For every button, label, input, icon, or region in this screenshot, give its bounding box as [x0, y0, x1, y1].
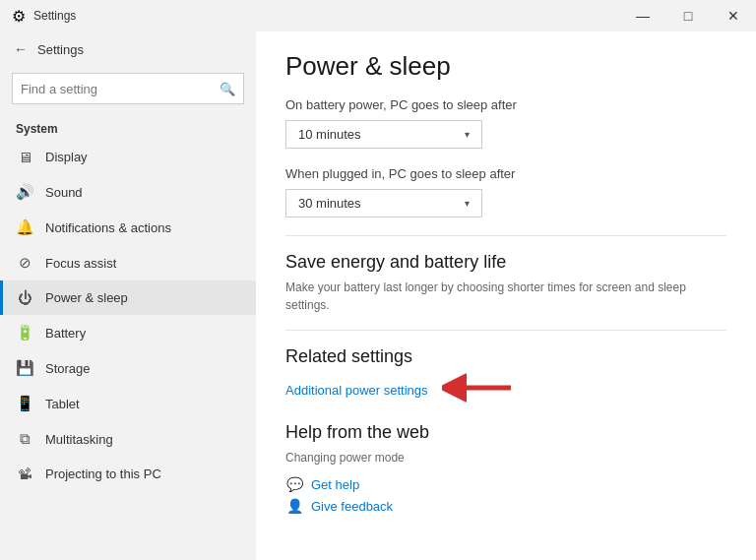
- maximize-button[interactable]: □: [665, 0, 711, 31]
- sidebar-item-focus[interactable]: ⊘ Focus assist: [0, 245, 256, 280]
- focus-icon: ⊘: [16, 254, 33, 272]
- title-bar-controls: — □ ✕: [620, 0, 756, 31]
- page-title: Power & sleep: [285, 51, 726, 82]
- sidebar-item-label: Display: [45, 150, 88, 164]
- sidebar-item-label: Sound: [45, 185, 83, 200]
- sidebar-item-notifications[interactable]: 🔔 Notifications & actions: [0, 210, 256, 245]
- get-help-icon: 💬: [285, 476, 303, 492]
- additional-power-label: Additional power settings: [285, 383, 428, 398]
- content-area: ← Settings 🔍 System 🖥 Display 🔊 Sound 🔔 …: [0, 31, 756, 560]
- search-input[interactable]: [21, 82, 220, 96]
- tablet-icon: 📱: [16, 395, 33, 412]
- sidebar-item-display[interactable]: 🖥 Display: [0, 140, 256, 174]
- sidebar: ← Settings 🔍 System 🖥 Display 🔊 Sound 🔔 …: [0, 31, 256, 560]
- search-icon: 🔍: [220, 82, 235, 96]
- sidebar-item-label: Power & sleep: [45, 290, 128, 305]
- back-label: Settings: [37, 42, 84, 57]
- search-box[interactable]: 🔍: [12, 73, 244, 104]
- sidebar-item-label: Projecting to this PC: [45, 467, 161, 481]
- divider-2: [285, 330, 726, 331]
- battery-dropdown-wrapper: On battery power, PC goes to sleep after…: [285, 97, 726, 149]
- sidebar-item-battery[interactable]: 🔋 Battery: [0, 315, 256, 350]
- sidebar-item-power[interactable]: ⏻ Power & sleep: [0, 280, 256, 315]
- plugged-dropdown-value: 30 minutes: [298, 196, 361, 211]
- sidebar-item-label: Multitasking: [45, 432, 113, 447]
- help-section: Help from the web Changing power mode 💬 …: [285, 422, 726, 514]
- give-feedback-link[interactable]: 👤 Give feedback: [285, 498, 726, 514]
- battery-dropdown-arrow: ▾: [465, 129, 470, 140]
- sidebar-item-multitasking[interactable]: ⧉ Multitasking: [0, 421, 256, 457]
- title-bar-title: Settings: [33, 9, 76, 23]
- divider-1: [285, 235, 726, 236]
- plugged-dropdown-wrapper: When plugged in, PC goes to sleep after …: [285, 166, 726, 218]
- save-energy-heading: Save energy and battery life: [285, 252, 726, 273]
- settings-icon: ⚙: [12, 7, 26, 26]
- sidebar-item-storage[interactable]: 💾 Storage: [0, 350, 256, 386]
- help-links: 💬 Get help 👤 Give feedback: [285, 476, 726, 514]
- sidebar-item-projecting[interactable]: 📽 Projecting to this PC: [0, 457, 256, 491]
- plugged-dropdown[interactable]: 30 minutes ▾: [285, 189, 482, 218]
- additional-power-link[interactable]: Additional power settings: [285, 383, 428, 398]
- save-energy-desc: Make your battery last longer by choosin…: [285, 279, 726, 314]
- notifications-icon: 🔔: [16, 218, 33, 236]
- sidebar-item-sound[interactable]: 🔊 Sound: [0, 174, 256, 210]
- give-feedback-icon: 👤: [285, 498, 303, 514]
- battery-icon: 🔋: [16, 324, 33, 342]
- settings-window: ⚙ Settings — □ ✕ ← Settings 🔍 System 🖥 D…: [0, 0, 756, 560]
- title-bar-left: ⚙ Settings: [12, 7, 76, 26]
- battery-dropdown-value: 10 minutes: [298, 127, 361, 142]
- storage-icon: 💾: [16, 359, 33, 377]
- battery-dropdown[interactable]: 10 minutes ▾: [285, 120, 482, 149]
- plugged-label: When plugged in, PC goes to sleep after: [285, 166, 726, 181]
- get-help-link[interactable]: 💬 Get help: [285, 476, 726, 492]
- sidebar-item-label: Tablet: [45, 397, 80, 411]
- battery-label: On battery power, PC goes to sleep after: [285, 97, 726, 112]
- back-arrow-icon: ←: [14, 41, 28, 57]
- related-settings-heading: Related settings: [285, 346, 726, 367]
- get-help-label: Get help: [311, 477, 359, 492]
- help-sub: Changing power mode: [285, 449, 726, 467]
- red-arrow-icon: [442, 373, 521, 403]
- back-button[interactable]: ← Settings: [0, 31, 256, 67]
- sidebar-item-label: Notifications & actions: [45, 220, 171, 235]
- give-feedback-label: Give feedback: [311, 499, 393, 514]
- sidebar-section-label: System: [0, 114, 256, 140]
- sidebar-item-label: Storage: [45, 361, 91, 376]
- title-bar: ⚙ Settings — □ ✕: [0, 0, 756, 31]
- close-button[interactable]: ✕: [711, 0, 756, 31]
- main-content: Power & sleep On battery power, PC goes …: [256, 31, 756, 560]
- multitasking-icon: ⧉: [16, 430, 33, 448]
- sound-icon: 🔊: [16, 183, 33, 201]
- minimize-button[interactable]: —: [620, 0, 665, 31]
- plugged-dropdown-arrow: ▾: [465, 198, 470, 209]
- additional-power-wrapper: Additional power settings: [285, 373, 726, 403]
- sidebar-item-tablet[interactable]: 📱 Tablet: [0, 386, 256, 421]
- sidebar-item-label: Battery: [45, 326, 86, 341]
- power-icon: ⏻: [16, 289, 33, 306]
- sidebar-item-label: Focus assist: [45, 256, 116, 271]
- projecting-icon: 📽: [16, 466, 33, 482]
- display-icon: 🖥: [16, 149, 33, 165]
- related-settings-section: Related settings Additional power settin…: [285, 346, 726, 403]
- help-heading: Help from the web: [285, 422, 726, 443]
